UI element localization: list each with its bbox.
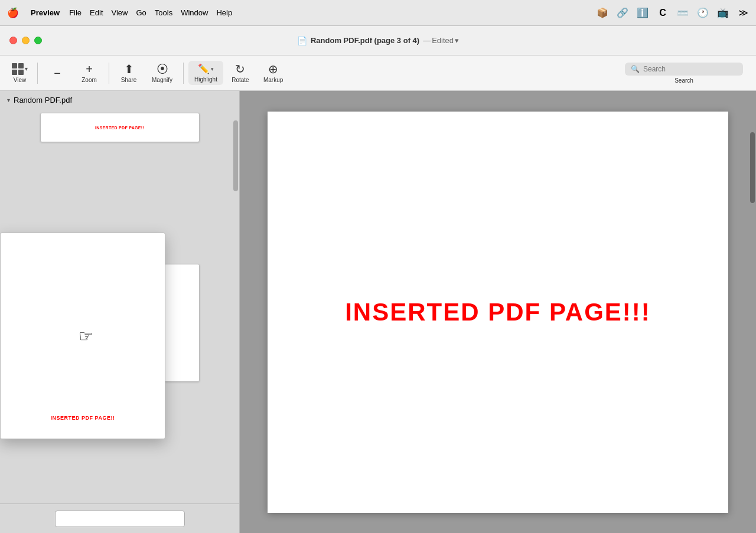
grid-cell-3	[12, 70, 17, 75]
highlight-chevron-icon: ▾	[211, 66, 214, 72]
view-grid-icon	[12, 63, 24, 75]
grid-cell-2	[18, 63, 24, 68]
bottom-input[interactable]	[55, 511, 185, 527]
page-1-thumbnail[interactable]: INSERTED PDF PAGE!!	[40, 113, 200, 142]
info-icon[interactable]: ℹ️	[637, 7, 649, 19]
sidebar-scrollbar-thumb[interactable]	[233, 120, 238, 191]
menu-bar-items: File Edit View Go Tools Window Help	[69, 8, 232, 17]
traffic-lights	[9, 37, 42, 44]
share-label: Share	[121, 77, 137, 83]
history-icon[interactable]: 🕐	[697, 7, 709, 19]
edited-status: — Edited ▾	[423, 36, 459, 45]
markup-label: Markup	[263, 77, 283, 83]
page-1-wrapper: INSERTED PDF PAGE!!	[4, 113, 236, 142]
zoom-in-button[interactable]: + Zoom	[74, 61, 104, 86]
title-center: 📄 Random PDF.pdf (page 3 of 4) — Edited …	[297, 36, 459, 45]
drag-cursor-icon: ☞	[79, 326, 93, 346]
grid-cell-1	[12, 63, 17, 68]
grid-cell-4	[18, 70, 24, 75]
page-1-text: INSERTED PDF PAGE!!	[95, 126, 144, 130]
menu-bar-right: 📦 🔗 ℹ️ C ⌨️ 🕐 📺 ≫	[597, 7, 749, 19]
highlight-label: Highlight	[194, 76, 217, 83]
maximize-button[interactable]	[34, 37, 42, 44]
sidebar-chevron-icon[interactable]: ▾	[7, 97, 10, 103]
main-layout: ▾ Random PDF.pdf INSERTED PDF PAGE!! 2	[0, 91, 756, 533]
menu-edit[interactable]: Edit	[90, 8, 103, 17]
menu-view[interactable]: View	[112, 8, 128, 17]
content-scrollbar[interactable]	[750, 97, 755, 527]
document-icon: 📄	[297, 36, 307, 45]
zoom-out-button[interactable]: −	[43, 65, 72, 81]
drag-overlay[interactable]: ☞ INSERTED PDF PAGE!!	[0, 233, 165, 439]
edited-label: Edited	[432, 36, 454, 45]
airplay-icon[interactable]: 📺	[717, 7, 729, 19]
search-icon: 🔍	[631, 65, 640, 73]
magnify-label: Magnify	[152, 77, 172, 83]
sidebar-bottom-bar	[0, 503, 240, 533]
search-label: Search	[674, 77, 693, 84]
rotate-label: Rotate	[232, 77, 249, 83]
app-name: Preview	[31, 8, 60, 17]
drag-page-text: INSERTED PDF PAGE!!	[51, 415, 115, 421]
c-icon[interactable]: C	[657, 7, 669, 19]
sidebar-title: Random PDF.pdf	[14, 96, 72, 104]
view-button[interactable]: ▾ View	[7, 61, 32, 86]
search-input[interactable]	[643, 65, 737, 73]
rotate-icon: ↻	[235, 63, 245, 75]
markup-button[interactable]: ⊕ Markup	[258, 61, 289, 86]
view-label: View	[14, 77, 27, 83]
view-chevron-icon: ▾	[25, 66, 28, 72]
menu-bar: 🍎 Preview File Edit View Go Tools Window…	[0, 0, 756, 26]
menu-window[interactable]: Window	[181, 8, 208, 17]
document-title: Random PDF.pdf (page 3 of 4)	[311, 36, 419, 45]
toolbar-separator-2	[109, 63, 109, 84]
toolbar: ▾ View − + Zoom ⬆ Share ⦿ Magnify ✏️ ▾ H…	[0, 55, 756, 91]
menu-help[interactable]: Help	[216, 8, 232, 17]
dropbox-icon[interactable]: 📦	[597, 7, 608, 19]
menu-file[interactable]: File	[69, 8, 82, 17]
menu-go[interactable]: Go	[136, 8, 146, 17]
sidebar: ▾ Random PDF.pdf INSERTED PDF PAGE!! 2	[0, 91, 240, 533]
keyboard-icon[interactable]: ⌨️	[677, 7, 689, 19]
share-button[interactable]: ⬆ Share	[114, 61, 144, 86]
pdf-page: INSERTED PDF PAGE!!!	[268, 112, 728, 513]
rotate-button[interactable]: ↻ Rotate	[226, 61, 255, 86]
view-icon: ▾	[12, 63, 28, 75]
zoom-label: Zoom	[82, 77, 97, 83]
apple-menu-icon[interactable]: 🍎	[7, 7, 19, 18]
share-icon: ⬆	[124, 63, 134, 75]
content-scrollbar-thumb[interactable]	[750, 132, 755, 203]
carplay-icon[interactable]: 🔗	[617, 7, 628, 19]
menu-tools[interactable]: Tools	[155, 8, 172, 17]
separator: —	[423, 36, 431, 45]
search-area: 🔍 Search	[619, 60, 749, 86]
close-button[interactable]	[9, 37, 17, 44]
search-field[interactable]: 🔍	[625, 63, 743, 76]
zoom-in-icon: +	[86, 63, 93, 75]
markup-icon: ⊕	[268, 63, 278, 75]
highlight-icon: ✏️	[198, 63, 210, 74]
edited-chevron-icon[interactable]: ▾	[455, 36, 459, 45]
toolbar-separator-3	[183, 63, 184, 84]
sidebar-scrollbar[interactable]	[233, 115, 238, 527]
extend-icon[interactable]: ≫	[737, 7, 749, 19]
magnify-icon: ⦿	[157, 63, 168, 75]
magnify-button[interactable]: ⦿ Magnify	[146, 61, 178, 86]
sidebar-header: ▾ Random PDF.pdf	[0, 91, 239, 109]
highlight-button[interactable]: ✏️ ▾ Highlight	[188, 61, 223, 85]
highlight-icon-row: ✏️ ▾	[198, 63, 214, 74]
content-area: INSERTED PDF PAGE!!!	[240, 91, 756, 533]
minimize-button[interactable]	[22, 37, 30, 44]
zoom-out-icon: −	[54, 67, 61, 79]
toolbar-separator-1	[37, 63, 38, 84]
title-bar: 📄 Random PDF.pdf (page 3 of 4) — Edited …	[0, 26, 756, 55]
pdf-page-text: INSERTED PDF PAGE!!!	[345, 298, 651, 326]
